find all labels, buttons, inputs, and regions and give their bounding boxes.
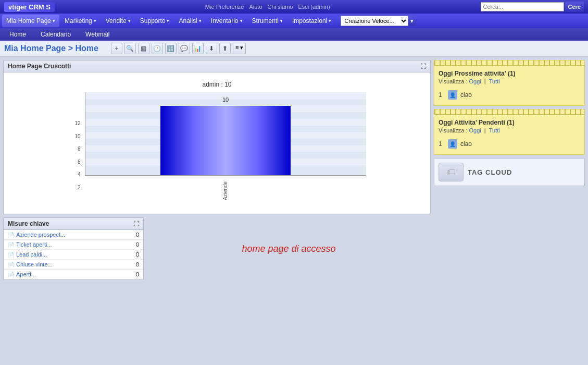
x-label-area: Aziende: [85, 178, 366, 205]
pending-all-link[interactable]: Tutti: [489, 127, 500, 133]
sub-nav-home[interactable]: Home: [4, 30, 31, 39]
clock-icon[interactable]: 🕐: [152, 43, 163, 54]
about-link[interactable]: Chi siamo: [268, 4, 293, 10]
sub-nav-webmail[interactable]: Webmail: [80, 30, 115, 39]
add-icon[interactable]: +: [111, 43, 122, 54]
breadcrumb-prefix: Mia Home Page >: [4, 44, 76, 53]
activities-pending-subtitle: Visualizza : Oggi | Tutti: [439, 127, 580, 133]
person-icon: 👤: [448, 90, 457, 100]
nav-item-marketing[interactable]: Marketing ▾: [60, 15, 101, 27]
chevron-down-icon: ▾: [280, 18, 283, 23]
nav-item-impostazioni[interactable]: Impostazioni ▾: [288, 15, 335, 27]
sub-nav-calendario[interactable]: Calendario: [35, 30, 76, 39]
person-icon: 👤: [448, 139, 457, 149]
measure-label[interactable]: 📄Aperti...: [4, 270, 122, 279]
breadcrumb-current: Home: [76, 44, 98, 53]
measure-value: 0: [122, 230, 143, 240]
search-input[interactable]: [481, 2, 564, 11]
sticky-content: Oggi Attivita' Pendenti (1) Visualizza :…: [434, 115, 584, 154]
activities-today-title: Oggi Prossime attivita' (1): [439, 70, 580, 77]
chevron-down-icon: ▾: [53, 18, 55, 23]
nav-item-supporto[interactable]: Supporto ▾: [136, 15, 174, 27]
nav-bar: Mia Home Page ▾ Marketing ▾ Vendite ▾ Su…: [0, 14, 588, 28]
chevron-down-icon: ▾: [199, 18, 202, 23]
breadcrumb: Mia Home Page > Home: [4, 44, 98, 53]
y-axis: 2 4 6 8 10 12: [68, 114, 83, 197]
top-bar: vtiger CRM S Mie Preferenze Aiuto Chi si…: [0, 0, 588, 14]
calc-icon[interactable]: 🔢: [165, 43, 177, 54]
up-arrow-icon[interactable]: ⬆: [219, 43, 231, 54]
breadcrumb-area: Mia Home Page > Home + 🔍 ▦ 🕐 🔢 💬 📊 ⬇ ⬆ ≡…: [0, 41, 588, 57]
pending-name: ciao: [460, 140, 472, 148]
logout-link[interactable]: Esci (admin): [298, 4, 330, 10]
search-area: Cerc: [481, 2, 584, 12]
sticky-content: Oggi Prossime attivita' (1) Visualizza :…: [434, 66, 584, 105]
message-icon[interactable]: 💬: [179, 43, 190, 54]
bar-value-label: 10: [222, 96, 229, 103]
activities-today-subtitle: Visualizza : Oggi | Tutti: [439, 78, 580, 84]
measures-widget-header: Misure chiave ⛶: [4, 218, 143, 230]
preferences-link[interactable]: Mie Preferenze: [205, 4, 244, 10]
activity-name: ciao: [460, 91, 472, 99]
table-row: 📄Aperti... 0: [4, 270, 143, 279]
chart-outer: 2 4 6 8 10 12 10 A: [68, 92, 366, 205]
nav-item-strumenti[interactable]: Strumenti ▾: [248, 15, 287, 27]
expand-icon[interactable]: ⛶: [420, 63, 426, 69]
search-button[interactable]: Cerc: [565, 2, 584, 12]
down-arrow-icon[interactable]: ⬇: [206, 43, 217, 54]
top-links: Mie Preferenze Aiuto Chi siamo Esci (adm…: [205, 4, 330, 10]
nav-item-analisi[interactable]: Analisi ▾: [174, 15, 205, 27]
home-page-text: home page di accesso: [242, 244, 335, 254]
nav-item-vendite[interactable]: Vendite ▾: [102, 15, 135, 27]
measure-label[interactable]: 📄Ticket aperti...: [4, 240, 122, 250]
chart-icon[interactable]: 📊: [192, 43, 204, 54]
activity-num: 1: [439, 91, 445, 99]
activities-pending-title: Oggi Attivita' Pendenti (1): [439, 119, 580, 126]
layout-select[interactable]: ≡ ▾: [233, 43, 246, 54]
sticky-header-strip: [434, 60, 584, 66]
activities-pending-widget: Oggi Attivita' Pendenti (1) Visualizza :…: [434, 109, 585, 155]
activity-item-1: 1 👤 ciao: [439, 89, 580, 101]
tag-cloud-label: TAG CLOUD: [468, 168, 512, 176]
chevron-down-icon: ▾: [329, 18, 331, 23]
doc-icon: 📄: [8, 272, 14, 277]
chart-widget: Home Page Cruscotti ⛶ admin : 10 2 4 6 8…: [3, 60, 431, 214]
measure-label[interactable]: 📄Aziende prospect...: [4, 230, 122, 240]
quick-create-area: Creazione Veloce... ▾: [341, 16, 416, 26]
toolbar-icons: + 🔍 ▦ 🕐 🔢 💬 📊 ⬇ ⬆ ≡ ▾: [111, 43, 246, 54]
help-link[interactable]: Aiuto: [249, 4, 262, 10]
measures-table: 📄Aziende prospect... 0 📄Ticket aperti...…: [4, 230, 143, 279]
quick-create-select[interactable]: Creazione Veloce...: [341, 16, 408, 26]
activities-all-link[interactable]: Tutti: [489, 78, 500, 84]
right-panel: Oggi Prossime attivita' (1) Visualizza :…: [434, 60, 585, 361]
chevron-down-icon: ▾: [94, 18, 96, 23]
measure-label[interactable]: 📄Chiuse vinte...: [4, 260, 122, 270]
dashboard-icon[interactable]: ▦: [138, 43, 149, 54]
chevron-down-icon: ▾: [240, 18, 243, 23]
chevron-down-icon: ▾: [167, 18, 169, 23]
chart-area: 10: [85, 92, 366, 176]
tag-icon: 🏷: [439, 163, 464, 181]
measure-value: 0: [122, 260, 143, 270]
nav-item-home-page[interactable]: Mia Home Page ▾: [2, 15, 59, 27]
chart-widget-title: Home Page Cruscotti: [8, 63, 71, 70]
measure-label[interactable]: 📄Lead caldi...: [4, 250, 122, 260]
zoom-icon[interactable]: 🔍: [124, 43, 136, 54]
table-row: 📄Lead caldi... 0: [4, 250, 143, 260]
pending-today-link[interactable]: Oggi: [469, 127, 481, 133]
activities-today-link[interactable]: Oggi: [469, 78, 481, 84]
table-row: 📄Ticket aperti... 0: [4, 240, 143, 250]
nav-item-inventario[interactable]: Inventario ▾: [207, 15, 247, 27]
doc-icon: 📄: [8, 242, 14, 248]
measures-widget: Misure chiave ⛶ 📄Aziende prospect... 0 📄…: [3, 217, 144, 280]
expand-icon[interactable]: ⛶: [133, 221, 139, 227]
measure-value: 0: [122, 250, 143, 260]
doc-icon: 📄: [8, 252, 14, 258]
quick-create-button[interactable]: ▾: [408, 16, 416, 26]
pending-item-1: 1 👤 ciao: [439, 138, 580, 150]
chart-widget-header: Home Page Cruscotti ⛶: [4, 60, 430, 72]
tag-cloud-widget: 🏷 TAG CLOUD: [434, 158, 585, 186]
app-logo: vtiger CRM S: [4, 2, 55, 12]
table-row: 📄Chiuse vinte... 0: [4, 260, 143, 270]
sub-nav: Home Calendario Webmail: [0, 28, 588, 41]
